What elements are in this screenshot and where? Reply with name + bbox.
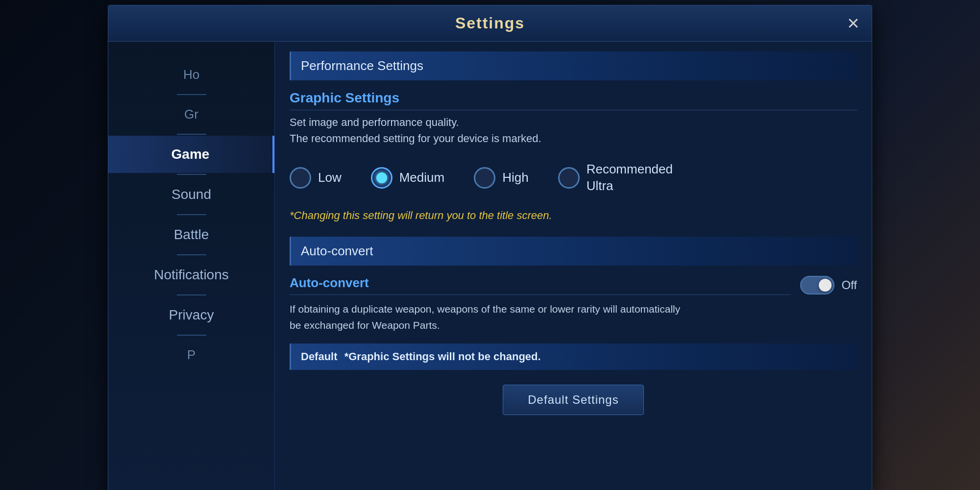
default-note-text: Default *Graphic Settings will not be ch… xyxy=(301,350,545,363)
sidebar-item-privacy[interactable]: Privacy xyxy=(108,296,274,334)
autoconvert-block: Auto-convert Off If obtaining a duplicat… xyxy=(290,275,857,334)
modal-title: Settings xyxy=(455,14,525,32)
modal-overlay: Settings ✕ Ho Gr Game Sound xyxy=(0,0,980,490)
quality-option-low[interactable]: Low xyxy=(290,167,342,189)
radio-low[interactable] xyxy=(290,167,311,189)
autoconvert-section-label: Auto-convert xyxy=(301,244,373,258)
radio-low-label: Low xyxy=(318,170,342,185)
default-settings-button[interactable]: Default Settings xyxy=(503,385,643,415)
toggle-knob xyxy=(819,279,832,292)
sidebar-divider xyxy=(177,335,206,336)
sidebar-divider xyxy=(177,294,206,295)
sidebar-item-p[interactable]: P xyxy=(108,337,274,373)
radio-high[interactable] xyxy=(474,167,495,189)
modal-body: Ho Gr Game Sound Battle xyxy=(108,42,872,490)
graphic-settings-warning: *Changing this setting will return you t… xyxy=(290,209,857,222)
bottom-area: Default Settings xyxy=(290,385,857,415)
sidebar-divider xyxy=(177,174,206,175)
radio-ultra[interactable] xyxy=(558,167,580,189)
main-content: Performance Settings Graphic Settings Se… xyxy=(275,42,872,490)
sidebar-divider xyxy=(177,134,206,135)
graphic-settings-block: Graphic Settings Set image and performan… xyxy=(290,90,857,222)
radio-ultra-label-line2: Ultra xyxy=(587,178,673,195)
radio-high-label: High xyxy=(502,170,528,185)
radio-medium[interactable] xyxy=(371,167,392,189)
close-button[interactable]: ✕ xyxy=(847,16,860,31)
radio-medium-label: Medium xyxy=(399,170,444,185)
settings-modal: Settings ✕ Ho Gr Game Sound xyxy=(108,5,872,490)
quality-option-ultra[interactable]: Recommended Ultra xyxy=(558,161,673,195)
graphic-settings-title: Graphic Settings xyxy=(290,90,857,110)
sidebar-item-notifications[interactable]: Notifications xyxy=(108,256,274,294)
quality-radio-group: Low Medium High xyxy=(290,156,857,199)
sidebar-item-home[interactable]: Ho xyxy=(108,56,274,93)
sidebar-divider xyxy=(177,254,206,255)
graphic-settings-desc: Set image and performance quality. The r… xyxy=(290,114,857,147)
sidebar-item-battle[interactable]: Battle xyxy=(108,216,274,253)
autoconvert-toggle-label: Off xyxy=(841,278,857,292)
performance-section-header: Performance Settings xyxy=(290,51,857,80)
autoconvert-section-header: Auto-convert xyxy=(290,237,857,266)
sidebar-item-sound[interactable]: Sound xyxy=(108,176,274,213)
autoconvert-title: Auto-convert xyxy=(290,275,790,295)
radio-ultra-label-line1: Recommended xyxy=(587,161,673,178)
modal-header: Settings ✕ xyxy=(108,5,872,42)
autoconvert-row: Auto-convert Off xyxy=(290,275,857,295)
toggle-container: Off xyxy=(800,276,857,294)
sidebar-divider xyxy=(177,214,206,215)
sidebar-item-game[interactable]: Game xyxy=(108,136,274,173)
quality-option-medium[interactable]: Medium xyxy=(371,167,444,189)
autoconvert-description: If obtaining a duplicate weapon, weapons… xyxy=(290,301,857,334)
sidebar-item-gr[interactable]: Gr xyxy=(108,96,274,133)
quality-option-high[interactable]: High xyxy=(474,167,528,189)
sidebar: Ho Gr Game Sound Battle xyxy=(108,42,275,490)
autoconvert-toggle[interactable] xyxy=(800,276,834,294)
performance-section-label: Performance Settings xyxy=(301,58,423,73)
default-note-row: Default *Graphic Settings will not be ch… xyxy=(290,343,857,370)
sidebar-divider xyxy=(177,94,206,95)
